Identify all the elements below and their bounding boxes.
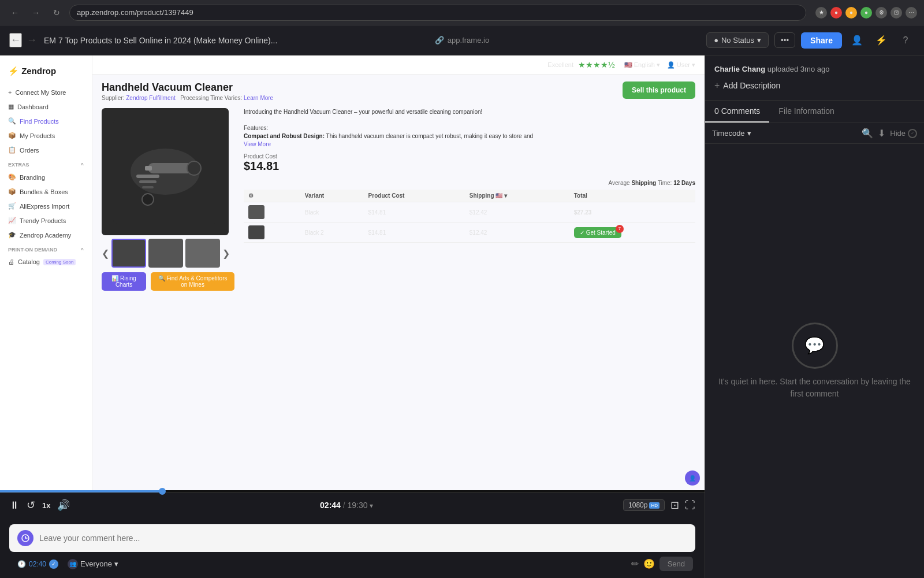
variant-img-2 xyxy=(248,225,264,239)
plus-desc-icon: + xyxy=(714,80,720,91)
timecode-svg xyxy=(21,534,29,542)
search-comments-btn[interactable]: 🔍 xyxy=(862,128,873,139)
download-btn[interactable]: ⬇ xyxy=(878,128,885,139)
sidebar-find-products[interactable]: 🔍 Find Products xyxy=(0,114,92,128)
comment-input[interactable] xyxy=(39,533,687,543)
quality-btn[interactable]: 1080p HD xyxy=(623,499,665,511)
academy-icon: 🎓 xyxy=(8,231,16,239)
tab-file-info[interactable]: File Information xyxy=(769,101,843,123)
timecode-dropdown[interactable]: Timecode ▾ xyxy=(712,129,751,138)
table-row: Black 2 $14.81 $12.42 ✓ Get Started xyxy=(244,223,695,243)
get-started-wrap: ✓ Get Started 7 xyxy=(574,227,621,238)
chat-bubble-icon: 💬 xyxy=(804,336,825,355)
tab-comments[interactable]: 0 Comments xyxy=(705,101,769,123)
ext-icon-7[interactable]: ⋯ xyxy=(906,7,917,18)
sidebar-academy[interactable]: 🎓 Zendrop Academy xyxy=(0,228,92,242)
rising-charts-btn[interactable]: 📊 Rising Charts xyxy=(102,272,146,291)
next-thumbnail-btn[interactable]: ❯ xyxy=(222,248,230,259)
emoji-btn[interactable]: 🙂 xyxy=(643,558,655,569)
col-variant: Variant xyxy=(300,190,364,202)
upload-time-label: uploaded 3mo ago xyxy=(767,65,830,73)
right-controls: 1080p HD ⊡ ⛶ xyxy=(623,499,695,512)
sidebar-catalog[interactable]: 🖨 Catalog Coming Soon xyxy=(0,255,92,269)
variant-table: ⚙ Variant Product Cost Shipping 🇺🇸 ▾ Tot… xyxy=(244,190,695,243)
hd-badge: HD xyxy=(649,502,660,509)
volume-btn[interactable]: 🔊 xyxy=(57,499,70,512)
user-avatar-floating[interactable]: 👤 xyxy=(685,470,700,486)
address-bar[interactable]: app.zendrop.com/product/1397449 xyxy=(69,5,806,21)
check-icon: ✓ xyxy=(580,229,584,236)
audience-selector[interactable]: 👥 Everyone ▾ xyxy=(68,559,118,569)
header-right-actions: ● No Status ▾ ••• Share 👤 ⚡ ? xyxy=(706,31,915,50)
sidebar-my-products[interactable]: 📦 My Products xyxy=(0,128,92,143)
video-area: ⚡ Zendrop + Connect My Store ▦ Dashboard… xyxy=(0,55,705,578)
ext-icon-6[interactable]: ⊡ xyxy=(891,7,902,18)
hide-btn[interactable]: Hide ✓ xyxy=(890,129,917,138)
zendrop-page: ⚡ Zendrop + Connect My Store ▦ Dashboard… xyxy=(0,55,705,490)
catalog-icon: 🖨 xyxy=(8,258,14,265)
nav-forward-label: → xyxy=(27,34,37,46)
sidebar-trendy[interactable]: 📈 Trendy Products xyxy=(0,213,92,228)
lightning-icon[interactable]: ⚡ xyxy=(872,31,891,50)
product-cta-buttons: 📊 Rising Charts 🔍 Find Ads & Competitors… xyxy=(102,272,234,291)
add-description-btn[interactable]: + Add Description xyxy=(714,80,780,91)
video-player[interactable]: ⚡ Zendrop + Connect My Store ▦ Dashboard… xyxy=(0,55,705,490)
sell-product-btn[interactable]: Sell this product xyxy=(623,81,695,99)
ext-icon-2[interactable]: ● xyxy=(830,7,842,18)
thumbnail-2[interactable] xyxy=(148,239,183,268)
browser-forward-btn[interactable]: → xyxy=(28,5,44,21)
thumbnail-1[interactable] xyxy=(111,239,146,268)
language-selector[interactable]: 🇺🇸 English ▾ xyxy=(624,61,660,69)
share-button[interactable]: Share xyxy=(801,32,842,49)
hide-circle-icon: ✓ xyxy=(908,129,917,138)
play-pause-btn[interactable]: ⏸ xyxy=(9,499,20,512)
language-label: English xyxy=(634,61,655,68)
sidebar-orders[interactable]: 📋 Orders xyxy=(0,143,92,157)
draw-tool-btn[interactable]: ✏ xyxy=(631,558,639,569)
prev-thumbnail-btn[interactable]: ❮ xyxy=(102,248,109,259)
more-options-button[interactable]: ••• xyxy=(774,32,795,48)
video-progress-bar[interactable] xyxy=(0,490,705,492)
sidebar-branding[interactable]: 🎨 Branding xyxy=(0,170,92,184)
ext-icon-4[interactable]: ● xyxy=(860,7,872,18)
view-more-link[interactable]: View More xyxy=(244,141,271,147)
flag-icon: 🇺🇸 xyxy=(624,61,632,69)
current-time: 02:44 xyxy=(320,501,341,510)
learn-more-link[interactable]: Learn More xyxy=(244,95,273,101)
empty-comment-icon: 💬 xyxy=(792,323,838,369)
browser-refresh-btn[interactable]: ↻ xyxy=(49,5,65,21)
ext-icon-1[interactable]: ★ xyxy=(815,7,827,18)
excellent-rating: Excellent ★★★★½ xyxy=(547,60,614,69)
volume-icon: 🔊 xyxy=(57,499,70,512)
comment-tools: ✏ 🙂 Send xyxy=(631,557,693,571)
sidebar-connect-store[interactable]: + Connect My Store xyxy=(0,86,92,99)
status-button[interactable]: ● No Status ▾ xyxy=(706,32,769,48)
browser-back-btn[interactable]: ← xyxy=(7,5,23,21)
speed-btn[interactable]: 1x xyxy=(42,501,50,510)
time-dropdown-btn[interactable]: ▾ xyxy=(370,502,373,510)
ext-icon-3[interactable]: ● xyxy=(845,7,857,18)
help-icon[interactable]: ? xyxy=(896,31,915,50)
send-comment-btn[interactable]: Send xyxy=(660,557,693,571)
user-label: User xyxy=(677,61,690,68)
supplier-link[interactable]: Zendrop Fulfillment xyxy=(126,95,176,101)
sidebar-aliexpress[interactable]: 🛒 AliExpress Import xyxy=(0,199,92,213)
account-icon[interactable]: 👤 xyxy=(848,31,866,50)
panel-tabs: 0 Comments File Information xyxy=(705,101,924,123)
add-desc-label: Add Description xyxy=(723,81,780,90)
nav-back-btn[interactable]: ← xyxy=(9,33,22,47)
find-ads-btn[interactable]: 🔍 Find Ads & Competitors on Mines xyxy=(151,272,234,291)
svg-rect-4 xyxy=(145,166,152,171)
fullscreen-btn[interactable]: ⛶ xyxy=(685,499,695,512)
ext-icon-5[interactable]: ⚙ xyxy=(875,7,887,18)
pip-btn[interactable]: ⊡ xyxy=(670,499,679,512)
progress-handle[interactable] xyxy=(159,488,166,495)
svg-point-8 xyxy=(142,194,154,205)
trendy-label: Trendy Products xyxy=(20,217,66,224)
thumbnail-3[interactable] xyxy=(185,239,220,268)
user-selector[interactable]: 👤 User ▾ xyxy=(667,61,695,69)
loop-btn[interactable]: ↺ xyxy=(27,499,35,512)
get-started-btn[interactable]: ✓ Get Started xyxy=(574,227,621,238)
sidebar-bundles[interactable]: 📦 Bundles & Boxes xyxy=(0,184,92,199)
sidebar-dashboard[interactable]: ▦ Dashboard xyxy=(0,99,92,114)
